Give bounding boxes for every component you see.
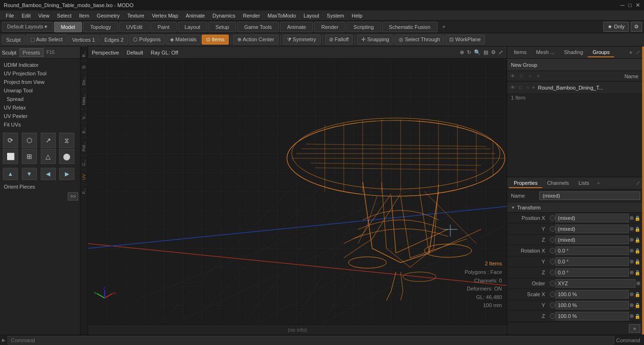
unwrap-tool[interactable]: Unwrap Tool: [0, 86, 80, 95]
vtab-uv[interactable]: UV: [80, 170, 88, 184]
tab-render[interactable]: Render: [314, 22, 345, 32]
order-input[interactable]: [555, 279, 635, 288]
vtab-pol[interactable]: Pol...: [80, 137, 88, 155]
only-button[interactable]: ★ Only: [603, 22, 629, 32]
viewport-icon-expand[interactable]: ⤢: [499, 49, 503, 55]
falloff-button[interactable]: ⊘ Falloff: [325, 35, 353, 45]
tab-animate[interactable]: Animate: [280, 22, 313, 32]
vtab-b[interactable]: B...: [80, 46, 88, 61]
position-z-lock-icon[interactable]: 🔒: [635, 237, 640, 243]
tool-icon-1[interactable]: ⟳: [3, 133, 18, 148]
scale-z-dot[interactable]: [550, 313, 555, 319]
tool-icon-2[interactable]: ⬡: [22, 133, 37, 148]
scale-y-dot[interactable]: [550, 302, 555, 308]
expand-button[interactable]: >>: [68, 192, 78, 200]
menu-item-layout[interactable]: Layout: [300, 12, 323, 19]
gear-button[interactable]: ⚙: [631, 22, 642, 32]
tool-icon-7[interactable]: △: [41, 149, 56, 164]
tab-items[interactable]: Items: [509, 48, 531, 57]
vtab-mes[interactable]: Mes...: [80, 89, 88, 109]
position-x-dot[interactable]: [550, 215, 555, 221]
command-input[interactable]: [8, 336, 614, 345]
col-eye-icon[interactable]: 👁: [509, 73, 517, 79]
menu-item-select[interactable]: Select: [53, 12, 75, 19]
col-lock-icon[interactable]: □: [518, 73, 525, 79]
menu-item-dynamics[interactable]: Dynamics: [209, 12, 239, 19]
arrow-left[interactable]: ◀: [41, 168, 56, 180]
tool-icon-5[interactable]: ⬜: [3, 149, 18, 164]
polygons-button[interactable]: ⬡ Polygons: [129, 35, 165, 45]
tool-icon-6[interactable]: ⊞: [22, 149, 37, 164]
arrow-right[interactable]: ▶: [59, 168, 74, 180]
scale-x-dot[interactable]: [550, 291, 555, 297]
rotation-z-dot[interactable]: [550, 270, 555, 275]
group-lock-icon[interactable]: □: [517, 85, 524, 90]
viewport-icon-zoom[interactable]: 🔍: [474, 49, 481, 55]
tab-topology[interactable]: Topology: [83, 22, 118, 32]
fit-uvs[interactable]: Fit UVs: [0, 120, 80, 129]
minimize-button[interactable]: ─: [620, 2, 625, 9]
close-button[interactable]: ✕: [635, 2, 640, 9]
uv-relax[interactable]: UV Relax: [0, 103, 80, 112]
menu-item-animate[interactable]: Animate: [182, 12, 208, 19]
rotation-y-input[interactable]: [555, 257, 629, 266]
layout-dropdown[interactable]: Default Layouts ▾: [2, 22, 53, 32]
tab-game-tools[interactable]: Game Tools: [237, 22, 279, 32]
vtab-e[interactable]: E...: [80, 123, 88, 137]
tab-shading[interactable]: Shading: [559, 48, 588, 57]
viewport[interactable]: Perspective Default Ray GL: Off ⊕ ↻ 🔍 ▤ …: [88, 46, 507, 335]
position-z-input[interactable]: [555, 236, 629, 244]
tab-layout[interactable]: Layout: [178, 22, 207, 32]
vtab-f[interactable]: F...: [80, 184, 88, 198]
tab-plus-btn[interactable]: +: [595, 180, 602, 187]
scale-z-lock-icon[interactable]: 🔒: [635, 314, 640, 319]
rotation-x-dot[interactable]: [550, 248, 555, 254]
rotation-x-input[interactable]: [555, 246, 629, 255]
props-expand-btn[interactable]: ⤢: [634, 180, 642, 186]
menu-item-geometry[interactable]: Geometry: [93, 12, 123, 19]
tab-uvedit[interactable]: UVEdit: [119, 22, 150, 32]
menu-item-vertex map[interactable]: Vertex Map: [148, 12, 182, 19]
tool-icon-4[interactable]: ⧖: [59, 133, 74, 148]
menu-item-help[interactable]: Help: [348, 12, 367, 19]
group-vis-icon[interactable]: ○: [524, 85, 532, 90]
position-x-lock-icon[interactable]: 🔒: [635, 216, 640, 221]
position-y-dot[interactable]: [550, 226, 555, 232]
vtab-d[interactable]: D: [80, 61, 88, 73]
rotation-z-input[interactable]: [555, 268, 629, 277]
rotation-x-lock-icon[interactable]: 🔒: [635, 248, 640, 254]
scale-z-input[interactable]: [555, 312, 629, 320]
menu-item-system[interactable]: System: [323, 12, 348, 19]
vtab-du[interactable]: Du...: [80, 72, 88, 89]
col-add-icon[interactable]: +: [535, 73, 542, 79]
tab-setup[interactable]: Setup: [208, 22, 236, 32]
edges-button[interactable]: Edges 2: [100, 35, 128, 45]
scale-x-lock-icon[interactable]: 🔒: [635, 292, 640, 297]
position-y-input[interactable]: [555, 225, 629, 233]
materials-button[interactable]: ◈ Materials: [166, 35, 201, 45]
vertices-button[interactable]: Vertices 1: [68, 35, 99, 45]
presets-button[interactable]: Presets: [19, 48, 44, 57]
spread-tool[interactable]: Spread: [0, 95, 80, 103]
tab-properties[interactable]: Properties: [509, 179, 542, 188]
scale-y-input[interactable]: [555, 301, 629, 309]
vtab-v[interactable]: V...: [80, 109, 88, 123]
tab-paint[interactable]: Paint: [151, 22, 177, 32]
arrow-up[interactable]: ▲: [3, 168, 18, 180]
viewport-perspective[interactable]: Perspective: [92, 50, 119, 55]
rotation-y-dot[interactable]: [550, 259, 555, 264]
menu-item-texture[interactable]: Texture: [124, 12, 148, 19]
maximize-button[interactable]: □: [628, 2, 632, 9]
tab-schematic-fusion[interactable]: Schematic Fusion: [382, 22, 437, 32]
rotation-y-lock-icon[interactable]: 🔒: [635, 259, 640, 264]
project-from-view[interactable]: Project from View: [0, 78, 80, 86]
menu-item-maxtomodo[interactable]: MaxToModo: [264, 12, 300, 19]
tab-add-button[interactable]: +: [438, 22, 449, 32]
symmetry-button[interactable]: ⧩ Symmetry: [283, 35, 321, 45]
tab-groups[interactable]: Groups: [588, 48, 614, 57]
arrow-down[interactable]: ▼: [22, 168, 37, 180]
right-expand-btn[interactable]: ⤢: [634, 49, 642, 55]
group-expand-icon[interactable]: +: [532, 84, 535, 91]
menu-item-edit[interactable]: Edit: [18, 12, 35, 19]
position-z-dot[interactable]: [550, 237, 555, 243]
